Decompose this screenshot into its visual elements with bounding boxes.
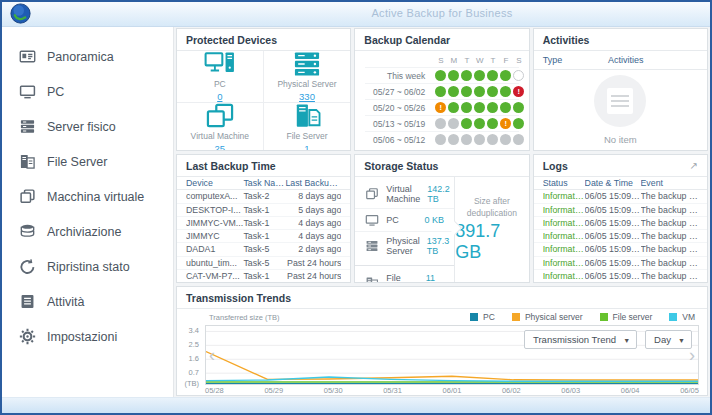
y-axis-label: Transferred size (TB) <box>209 313 280 322</box>
column-header-date-time[interactable]: Date & Time <box>585 178 641 188</box>
dropdown-transmission-trend[interactable]: Transmission Trend▼ <box>524 330 637 349</box>
card-header: Logs ↗ <box>534 155 707 177</box>
sidebar-item-label: Archiviazione <box>47 225 121 239</box>
table-row[interactable]: JIMMYCTask-14 days ago <box>177 229 350 242</box>
day-header: M <box>447 56 460 65</box>
calendar-day-status-inactive <box>487 134 498 145</box>
calendar-row-label: 05/13 ~ 05/19 <box>365 119 434 129</box>
storage-item-physical-server: Physical Server137.3 TB <box>355 231 454 260</box>
chevron-right-icon[interactable]: › <box>689 346 695 364</box>
calendar-day-status-ok <box>513 102 524 113</box>
calendar-day-status-ok <box>487 86 498 97</box>
table-row[interactable]: Information06/05 15:09:43The backup task… <box>534 242 707 255</box>
chart-controls: Transmission Trend▼Day▼ <box>524 330 692 349</box>
y-tick-label: 3.4 <box>189 326 199 335</box>
table-row[interactable]: computexA...Task-28 days ago <box>177 190 350 202</box>
sidebar-item-pc[interactable]: PC <box>2 74 173 109</box>
chevron-left-icon[interactable]: ‹ <box>209 346 215 364</box>
physical-server-device-icon <box>291 51 323 77</box>
cell: Information <box>543 244 585 254</box>
table-row[interactable]: Information06/05 15:09:45The backup task… <box>534 203 707 216</box>
cell: The backup task T... <box>641 258 698 268</box>
dropdown-day[interactable]: Day▼ <box>645 330 692 349</box>
device-label: Virtual Machine <box>191 131 249 141</box>
column-header-device[interactable]: Device <box>186 178 243 188</box>
calendar-day-status-ok <box>500 70 511 81</box>
column-header-task-name[interactable]: Task Name <box>243 178 285 188</box>
chart-plot-area: Transmission Trend▼Day▼ ‹ › <box>205 325 699 385</box>
cell: JIMMYC-VM... <box>186 218 243 228</box>
legend-swatch <box>512 313 520 321</box>
chart-legend: PCPhysical serverFile serverVM <box>470 312 695 322</box>
caret-down-icon: ▼ <box>623 336 630 343</box>
sidebar-item-attivit[interactable]: Attività <box>2 284 173 319</box>
cell: Task-1 <box>243 271 285 281</box>
storage-item-pc: PC0 KB <box>355 208 454 231</box>
calendar-day-status-warning: ! <box>500 118 511 129</box>
column-header-activities[interactable]: Activities <box>608 55 698 65</box>
x-tick-label: 06/02 <box>502 386 521 395</box>
cell: The backup task T... <box>641 244 698 254</box>
sidebar-item-macchina-virtuale[interactable]: Macchina virtuale <box>2 179 173 214</box>
logs-table: StatusDate & TimeEventInformation06/05 1… <box>534 177 707 282</box>
sidebar-item-file-server[interactable]: File Server <box>2 144 173 179</box>
calendar-day-status-ok <box>513 118 524 129</box>
calendar-day-status-ok <box>500 86 511 97</box>
table-row[interactable]: Information06/05 15:09:41The backup task… <box>534 269 707 282</box>
sidebar-item-panoramica[interactable]: Panoramica <box>2 39 173 74</box>
table-row[interactable]: Information06/05 15:09:43The backup task… <box>534 229 707 242</box>
y-axis-ticks: 3.42.51.60.7(TB) <box>177 325 204 383</box>
table-row[interactable]: Information06/05 15:09:42The backup task… <box>534 256 707 269</box>
day-header: T <box>486 56 499 65</box>
day-header: F <box>499 56 512 65</box>
cell: 2 days ago <box>285 244 341 254</box>
device-count-link[interactable]: 330 <box>299 91 315 102</box>
sidebar-item-archiviazione[interactable]: Archiviazione <box>2 214 173 249</box>
device-count-link[interactable]: 1 <box>304 143 309 151</box>
cell: The backup task T... <box>641 231 698 241</box>
table-row[interactable]: DESKTOP-I...Task-15 days ago <box>177 203 350 216</box>
device-count-link[interactable]: 0 <box>217 91 222 102</box>
device-count-link[interactable]: 25 <box>215 143 226 151</box>
storage-item-label: PC <box>386 215 399 225</box>
table-row[interactable]: ubuntu_tim...Task-5Past 24 hours <box>177 256 350 269</box>
sidebar-item-impostazioni[interactable]: Impostazioni <box>2 319 173 354</box>
sidebar-item-server-fisico[interactable]: Server fisico <box>2 109 173 144</box>
calendar-day-status-empty <box>513 70 524 81</box>
calendar-day-status-inactive <box>448 134 459 145</box>
app-window: { "app": { "title": "Active Backup for B… <box>0 0 712 415</box>
calendar-row-label: 05/27 ~ 06/02 <box>365 87 434 97</box>
legend-item-vm: VM <box>669 312 695 322</box>
column-header-event[interactable]: Event <box>641 178 698 188</box>
storage-item-label: Virtual Machine <box>386 184 420 204</box>
legend-item-pc: PC <box>470 312 495 322</box>
sidebar-item-ripristina-stato[interactable]: Ripristina stato <box>2 249 173 284</box>
restore-icon <box>19 258 36 275</box>
calendar-day-status-ok <box>461 86 472 97</box>
calendar-day-status-ok <box>487 118 498 129</box>
cell: DADA1 <box>186 244 243 254</box>
column-header-last-backup-ti[interactable]: Last Backup Ti... <box>285 178 341 188</box>
cell: Task-1 <box>243 205 285 215</box>
table-row[interactable]: DADA1Task-52 days ago <box>177 242 350 255</box>
legend-swatch <box>600 313 608 321</box>
app-logo-icon[interactable] <box>10 3 31 24</box>
y-tick-label: 2.5 <box>189 340 199 349</box>
table-row[interactable]: Information06/05 15:09:46The backup task… <box>534 190 707 202</box>
legend-label: PC <box>483 312 495 322</box>
sidebar-item-label: Panoramica <box>47 50 114 64</box>
cell: 06/05 15:09:45 <box>585 205 641 215</box>
calendar-row: 05/06 ~ 05/12 <box>365 131 518 147</box>
calendar-day-status-ok <box>448 102 459 113</box>
table-row[interactable]: Information06/05 15:09:44The backup task… <box>534 216 707 229</box>
table-row[interactable]: CAT-VM-P7...Task-1Past 24 hours <box>177 269 350 282</box>
open-logs-icon[interactable]: ↗ <box>690 161 698 171</box>
x-tick-label: 05/29 <box>264 386 283 395</box>
calendar-day-status-inactive <box>435 134 446 145</box>
main-content: Protected Devices PC0Physical Server330V… <box>174 26 710 398</box>
day-header: W <box>473 56 486 65</box>
column-header-status[interactable]: Status <box>543 178 585 188</box>
legend-label: VM <box>682 312 695 322</box>
table-row[interactable]: JIMMYC-VM...Task-14 days ago <box>177 216 350 229</box>
column-header-type[interactable]: Type <box>543 55 608 65</box>
